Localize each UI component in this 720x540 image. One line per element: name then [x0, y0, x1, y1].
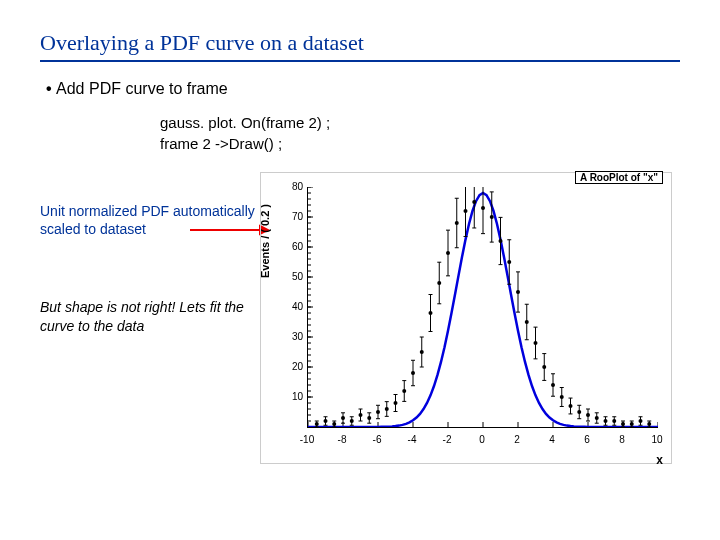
svg-point-150	[499, 239, 503, 243]
y-axis-label: Events / ( 0.2 )	[259, 204, 271, 278]
annotation-shape-wrong: But shape is not right! Lets fit the cur…	[40, 298, 260, 334]
svg-point-206	[621, 422, 625, 426]
slide-title: Overlaying a PDF curve on a dataset	[40, 30, 680, 62]
svg-point-218	[647, 422, 651, 426]
y-tick: 30	[283, 331, 303, 342]
x-tick: 2	[514, 434, 520, 445]
svg-point-102	[394, 401, 398, 405]
svg-point-202	[612, 419, 616, 423]
svg-point-130	[455, 221, 459, 225]
svg-point-90	[367, 416, 371, 420]
svg-point-166	[534, 341, 538, 345]
arrow-icon	[190, 220, 270, 240]
svg-point-158	[516, 290, 520, 294]
x-axis-label: x	[656, 453, 663, 467]
x-tick: 4	[549, 434, 555, 445]
chart-canvas	[308, 187, 658, 427]
svg-point-126	[446, 251, 450, 255]
bullet-item: Add PDF curve to frame	[46, 80, 680, 98]
code-line-1: gauss. plot. On(frame 2) ;	[160, 112, 680, 133]
y-tick: 20	[283, 361, 303, 372]
code-block: gauss. plot. On(frame 2) ; frame 2 ->Dra…	[160, 112, 680, 154]
svg-point-94	[376, 410, 380, 414]
svg-point-86	[359, 413, 363, 417]
svg-point-198	[604, 419, 608, 423]
x-tick: -4	[408, 434, 417, 445]
x-tick: 0	[479, 434, 485, 445]
svg-point-118	[429, 311, 433, 315]
svg-point-74	[332, 422, 336, 426]
svg-point-186	[577, 410, 581, 414]
x-tick: 10	[651, 434, 662, 445]
svg-point-190	[586, 413, 590, 417]
svg-point-78	[341, 416, 345, 420]
svg-point-66	[315, 422, 319, 426]
svg-point-82	[350, 419, 354, 423]
x-tick: 8	[619, 434, 625, 445]
svg-point-210	[630, 422, 634, 426]
y-tick: 70	[283, 211, 303, 222]
svg-point-170	[542, 365, 546, 369]
svg-point-134	[464, 209, 468, 213]
svg-point-146	[490, 215, 494, 219]
x-tick: -10	[300, 434, 314, 445]
svg-point-182	[569, 404, 573, 408]
y-tick: 40	[283, 301, 303, 312]
svg-point-154	[507, 260, 511, 264]
code-line-2: frame 2 ->Draw() ;	[160, 133, 680, 154]
svg-point-138	[472, 200, 476, 204]
svg-point-178	[560, 395, 564, 399]
svg-point-114	[420, 350, 424, 354]
x-tick: 6	[584, 434, 590, 445]
svg-point-98	[385, 407, 389, 411]
y-tick: 50	[283, 271, 303, 282]
svg-point-214	[639, 419, 643, 423]
y-tick: 60	[283, 241, 303, 252]
svg-point-110	[411, 371, 415, 375]
svg-point-122	[437, 281, 441, 285]
x-tick: -2	[443, 434, 452, 445]
y-tick: 80	[283, 181, 303, 192]
plot-title: A RooPlot of "x"	[575, 171, 663, 184]
plot-axes	[307, 187, 658, 428]
svg-point-174	[551, 383, 555, 387]
svg-point-106	[402, 389, 406, 393]
y-tick: 10	[283, 391, 303, 402]
svg-point-70	[324, 419, 328, 423]
x-tick: -6	[373, 434, 382, 445]
root-plot: A RooPlot of "x" Events / ( 0.2 ) x 1020…	[260, 172, 672, 464]
svg-point-142	[481, 206, 485, 210]
svg-point-162	[525, 320, 529, 324]
x-tick: -8	[338, 434, 347, 445]
svg-point-194	[595, 416, 599, 420]
